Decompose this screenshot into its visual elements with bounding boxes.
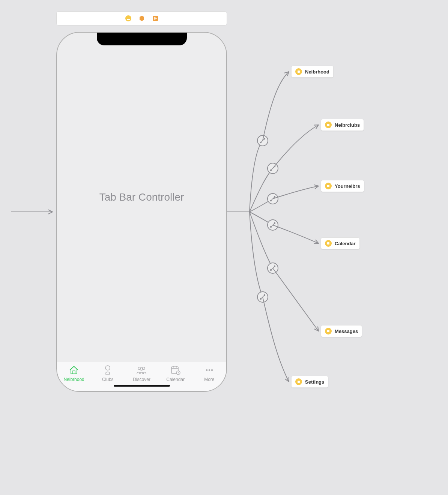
tab-label: Clubs: [102, 377, 114, 382]
svg-rect-42: [327, 185, 329, 187]
tab-neibrhood[interactable]: Neibrhood: [59, 364, 89, 382]
svg-point-1: [260, 142, 262, 143]
destination-label: Messages: [335, 328, 358, 334]
svg-rect-25: [127, 19, 130, 20]
storyboard-canvas: Tab Bar Controller Neibrhood Clubs: [0, 0, 448, 495]
svg-rect-40: [298, 70, 300, 73]
svg-line-7: [271, 166, 275, 170]
svg-point-12: [268, 220, 278, 230]
tab-label: More: [204, 377, 214, 382]
svg-rect-45: [298, 381, 300, 383]
tabbar-controller-scene[interactable]: Tab Bar Controller Neibrhood Clubs: [56, 32, 227, 392]
screen-body: Tab Bar Controller: [57, 33, 226, 362]
destination-messages[interactable]: Messages: [321, 325, 362, 337]
svg-line-3: [261, 139, 265, 142]
viewcontroller-icon: [325, 240, 332, 247]
svg-point-5: [270, 170, 272, 171]
more-icon: [204, 364, 215, 376]
destination-yourneibrs[interactable]: Yourneibrs: [321, 180, 364, 192]
tabbar-controller-icon[interactable]: [125, 15, 132, 22]
svg-rect-44: [327, 330, 329, 332]
svg-point-4: [268, 163, 278, 174]
svg-point-16: [268, 263, 278, 273]
svg-point-24: [125, 15, 131, 21]
svg-point-0: [257, 135, 268, 146]
svg-point-20: [257, 292, 268, 302]
svg-point-39: [211, 369, 213, 371]
tab-clubs[interactable]: Clubs: [93, 364, 123, 382]
svg-point-37: [206, 369, 208, 371]
svg-point-22: [264, 294, 265, 296]
svg-line-23: [261, 295, 265, 299]
svg-point-13: [270, 226, 272, 228]
house-icon: [68, 364, 80, 376]
destination-settings[interactable]: Settings: [291, 376, 328, 388]
destination-label: Neibrclubs: [335, 122, 360, 128]
scene-toolbar[interactable]: [56, 11, 227, 26]
svg-line-11: [271, 197, 275, 201]
destination-label: Neibrhood: [305, 69, 329, 75]
svg-rect-41: [327, 124, 329, 126]
tab-discover[interactable]: Discover: [126, 364, 156, 382]
viewcontroller-icon: [325, 328, 332, 334]
svg-point-17: [270, 269, 272, 271]
viewcontroller-icon: [325, 183, 332, 189]
svg-point-9: [270, 200, 272, 201]
clubs-icon: [102, 364, 113, 376]
svg-point-14: [274, 222, 275, 224]
svg-point-6: [274, 166, 275, 167]
tab-label: Discover: [133, 377, 150, 382]
svg-line-15: [271, 223, 275, 227]
svg-rect-27: [73, 371, 75, 374]
svg-point-28: [105, 366, 110, 370]
tab-calendar[interactable]: Calendar: [161, 364, 191, 382]
tab-label: Neibrhood: [63, 377, 84, 382]
viewcontroller-icon: [325, 122, 332, 128]
svg-point-21: [260, 298, 262, 300]
svg-rect-43: [327, 242, 329, 244]
tab-bar: Neibrhood Clubs Discover: [57, 362, 226, 391]
svg-point-31: [140, 368, 143, 370]
home-indicator: [114, 385, 170, 387]
destination-neibrclubs[interactable]: Neibrclubs: [321, 119, 364, 131]
viewcontroller-icon: [295, 378, 302, 385]
tab-label: Calendar: [166, 377, 185, 382]
exit-icon[interactable]: [152, 15, 159, 22]
viewcontroller-icon: [295, 68, 302, 75]
people-icon: [136, 364, 147, 376]
svg-line-19: [271, 266, 275, 270]
svg-point-10: [274, 196, 275, 198]
screen-title: Tab Bar Controller: [99, 191, 184, 203]
svg-point-8: [268, 194, 278, 204]
destination-label: Yourneibrs: [335, 183, 360, 189]
destination-neibrhood[interactable]: Neibrhood: [291, 66, 334, 78]
tab-more[interactable]: More: [194, 364, 224, 382]
calendar-icon: [170, 364, 181, 376]
svg-point-2: [264, 138, 265, 140]
first-responder-icon[interactable]: [138, 15, 145, 22]
destination-label: Settings: [305, 379, 324, 385]
destination-calendar[interactable]: Calendar: [321, 237, 360, 249]
destination-label: Calendar: [335, 241, 356, 246]
svg-point-38: [209, 369, 210, 371]
svg-point-18: [274, 266, 275, 267]
screen-content: Tab Bar Controller Neibrhood Clubs: [57, 33, 226, 391]
